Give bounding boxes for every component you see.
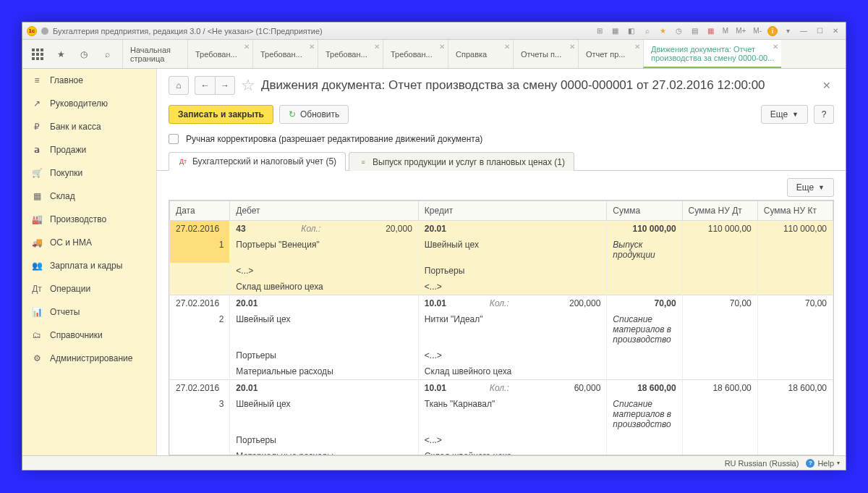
tab-close-icon[interactable]: ✕ [569, 43, 575, 51]
column-header[interactable]: Дебет [230, 201, 419, 221]
search-icon[interactable]: ⌕ [101, 48, 114, 61]
cell-desc: Списание материалов в производство [607, 311, 682, 347]
dropdown-icon[interactable]: ▾ [782, 26, 793, 36]
manual-correction-checkbox[interactable] [169, 134, 179, 144]
star-outline-icon[interactable]: ☆ [241, 76, 255, 95]
maximize-icon[interactable]: ☐ [814, 26, 825, 36]
forward-button[interactable]: → [215, 76, 235, 95]
language-indicator[interactable]: RU Russian (Russia) [725, 459, 799, 468]
svg-rect-6 [32, 57, 35, 60]
top-tab[interactable]: Движения документа: Отчетпроизводства за… [643, 40, 781, 68]
history-icon[interactable]: ◷ [77, 48, 90, 61]
sidebar-item[interactable]: 🚚ОС и НМА [22, 231, 156, 254]
cell-debit-line: Швейный цех [230, 311, 419, 347]
nav-icon: 𝗮 [31, 144, 43, 156]
top-tabs: НачальнаястраницаТребован...✕Требован...… [122, 40, 846, 68]
help-icon: ? [806, 459, 814, 468]
top-tab[interactable]: Требован...✕ [252, 40, 318, 68]
top-tab[interactable]: Справка✕ [448, 40, 513, 68]
top-tab[interactable]: Отчеты п...✕ [513, 40, 578, 68]
m-minus-button[interactable]: M- [752, 27, 763, 35]
nav-label: Операции [50, 284, 90, 294]
sidebar-item[interactable]: ↗Руководителю [22, 92, 156, 115]
column-header[interactable]: Дата [170, 201, 230, 221]
svg-rect-5 [41, 53, 43, 56]
nav-icon: 🏭 [31, 214, 43, 225]
tab-icon: Дт [178, 156, 188, 167]
cell-credit-line: Склад швейного цеха [418, 448, 607, 455]
star-icon[interactable]: ★ [54, 48, 67, 61]
cell-debit-line: Склад швейного цеха [230, 279, 419, 295]
tb-tool-icon[interactable]: ⊞ [594, 26, 605, 36]
info-icon[interactable]: i [767, 26, 778, 36]
home-button[interactable]: ⌂ [169, 76, 189, 95]
tb-tool-icon[interactable]: ⌕ [642, 26, 653, 36]
sidebar-item[interactable]: 𝗮Продажи [22, 138, 156, 161]
back-button[interactable]: ← [195, 76, 215, 95]
tab-close-icon[interactable]: ✕ [244, 43, 250, 51]
page-close-icon[interactable]: ✕ [820, 77, 834, 94]
tb-tool-icon[interactable]: ▦ [610, 26, 621, 36]
m-plus-button[interactable]: M+ [734, 27, 747, 35]
help-button[interactable]: ? [814, 105, 834, 124]
tab-close-icon[interactable]: ✕ [773, 43, 778, 51]
help-link[interactable]: ?Help▾ [806, 459, 840, 468]
sidebar-item[interactable]: 🗂Справочники [22, 324, 156, 347]
more-button[interactable]: Еще▼ [761, 105, 808, 124]
sidebar-item[interactable]: ▦Склад [22, 185, 156, 208]
nav-label: Администрирование [50, 353, 132, 363]
column-header[interactable]: Сумма НУ Кт [757, 201, 833, 221]
column-header[interactable]: Сумма [607, 201, 682, 221]
favorite-icon[interactable]: ★ [658, 26, 669, 36]
nav-label: Покупки [50, 168, 82, 178]
top-tab[interactable]: Требован...✕ [383, 40, 448, 68]
clock-icon[interactable]: ◷ [673, 26, 685, 36]
sidebar-item[interactable]: ≡Главное [22, 69, 156, 92]
inner-tab[interactable]: ≡Выпуск продукции и услуг в плановых цен… [349, 152, 574, 171]
grid-icon[interactable] [31, 48, 44, 61]
minimize-icon[interactable]: — [798, 26, 809, 36]
calc-icon[interactable]: ▤ [689, 26, 701, 36]
sidebar-item[interactable]: 🛒Покупки [22, 161, 156, 185]
close-icon[interactable]: ✕ [830, 26, 841, 36]
tab-close-icon[interactable]: ✕ [634, 43, 640, 51]
tab-close-icon[interactable]: ✕ [439, 43, 445, 51]
calendar-icon[interactable]: ▦ [705, 26, 717, 36]
top-tab[interactable]: Отчет пр...✕ [578, 40, 643, 68]
tab-close-icon[interactable]: ✕ [504, 43, 510, 51]
grid-more-button[interactable]: Еще▼ [787, 178, 834, 197]
sidebar-item[interactable]: 👥Зарплата и кадры [22, 254, 156, 277]
sidebar-item[interactable]: ДтОперации [22, 277, 156, 300]
cell-date: 27.02.2016 [170, 380, 230, 397]
cell-debit-line: Материальные расходы [230, 363, 419, 380]
inner-tab[interactable]: ДтБухгалтерский и налоговый учет (5) [169, 152, 346, 171]
tab-close-icon[interactable]: ✕ [309, 43, 315, 51]
cell-desc: Выпуск продукции [607, 237, 682, 263]
cell-debit-line: <...> [230, 263, 419, 279]
cell-sum-kt: 70,00 [757, 295, 833, 312]
sidebar-item[interactable]: 🏭Производство [22, 208, 156, 231]
sidebar-item[interactable]: 📊Отчеты [22, 300, 156, 324]
tab-close-icon[interactable]: ✕ [374, 43, 380, 51]
cell-credit: 10.01Кол.:200,000 [418, 295, 607, 312]
cell-credit: 10.01Кол.:60,000 [418, 380, 607, 397]
cell-debit: 43Кол.:20,000 [230, 221, 419, 237]
save-and-close-button[interactable]: Записать и закрыть [169, 105, 273, 124]
sidebar-item[interactable]: ⚙Администрирование [22, 347, 156, 370]
cell-debit-line: Материальные расходы [230, 448, 419, 455]
refresh-button[interactable]: ↻Обновить [279, 105, 349, 124]
top-tab[interactable]: Начальнаястраница [122, 40, 187, 68]
cell-credit-line: Ткань "Карнавал" [418, 396, 607, 432]
tb-tool-icon[interactable]: ◧ [626, 26, 637, 36]
sidebar-item[interactable]: ₽Банк и касса [22, 115, 156, 138]
svg-rect-4 [36, 53, 39, 56]
chevron-down-icon: ▼ [792, 111, 799, 118]
top-tab[interactable]: Требован...✕ [187, 40, 252, 68]
column-header[interactable]: Кредит [418, 201, 607, 221]
column-header[interactable]: Сумма НУ Дт [682, 201, 757, 221]
top-tab[interactable]: Требован...✕ [318, 40, 383, 68]
svg-rect-1 [36, 49, 39, 51]
nav-icon: 🚚 [31, 237, 43, 248]
grid[interactable]: ДатаДебетКредитСуммаСумма НУ ДтСумма НУ … [169, 200, 834, 455]
m-button[interactable]: M [721, 27, 730, 35]
